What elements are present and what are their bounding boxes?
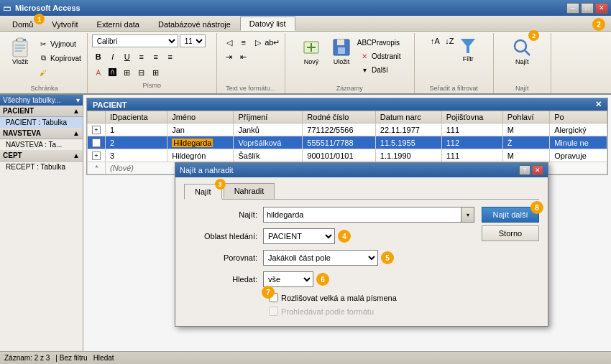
tab-home[interactable]: Domů 1 bbox=[3, 17, 42, 31]
sidebar-item-recept-table[interactable]: RECEPT : Tabulka bbox=[0, 162, 83, 172]
filter-button[interactable]: Filtr bbox=[457, 34, 479, 65]
sort-desc-button[interactable]: ↓Z bbox=[443, 34, 456, 47]
area-select[interactable]: PACIENT bbox=[263, 228, 335, 244]
format-search-checkbox[interactable] bbox=[269, 307, 278, 316]
status-text: Záznam: 2 z 3 bbox=[4, 354, 50, 362]
align-center-2-button[interactable]: ≡ bbox=[237, 36, 250, 49]
sidebar: Všechny tabulky... ▾ PACIENT ▲ PACIENT :… bbox=[0, 95, 83, 351]
underline-button[interactable]: U bbox=[121, 50, 134, 63]
dialog-tab-find[interactable]: Najít 3 bbox=[184, 184, 222, 200]
dialog-main-content: Najít: ▾ Oblast hledání: PACIENT bbox=[184, 207, 539, 320]
records-small-btns: ABC Pravopis ✕ Odstranit ▾ Další bbox=[357, 34, 403, 76]
area-label: Oblast hledání: bbox=[184, 232, 263, 241]
search-label: Hledat: bbox=[184, 275, 263, 284]
font-family-select[interactable]: Calibri bbox=[92, 34, 178, 47]
find-label: Najít bbox=[515, 59, 529, 66]
align-right-button[interactable]: ≡ bbox=[164, 50, 177, 63]
find-row: Najít: ▾ bbox=[184, 207, 474, 223]
more-label: Další bbox=[372, 66, 388, 74]
clipboard-content: Vložit ✂ Vyjmout ⧉ Kopírovat 🖌 bbox=[6, 34, 83, 83]
find-input[interactable] bbox=[263, 207, 461, 223]
svg-rect-3 bbox=[15, 45, 25, 46]
maximize-button[interactable]: □ bbox=[581, 3, 594, 14]
save-record-button[interactable]: Uložit bbox=[327, 34, 356, 67]
find-next-wrapper: Najít další 8 bbox=[482, 207, 539, 223]
delete-icon: ✕ bbox=[359, 50, 370, 62]
more-icon: ▾ bbox=[359, 64, 370, 75]
ribbon-group-font: Calibri 11 B I U ≡ ≡ ≡ A 🅰 ⊞ ⊟ ⊞ bbox=[88, 33, 217, 93]
sidebar-section-recept[interactable]: CEPT ▲ bbox=[0, 150, 83, 162]
border-button[interactable]: ⊟ bbox=[135, 66, 148, 79]
format-painter-button[interactable]: 🖌 bbox=[36, 66, 83, 79]
sidebar-section-navsteva[interactable]: NAVSTEVA ▲ bbox=[0, 128, 83, 139]
find-combo-arrow[interactable]: ▾ bbox=[461, 207, 474, 223]
tab-external[interactable]: Externí data bbox=[88, 17, 149, 31]
font-color-button[interactable]: A bbox=[92, 66, 105, 79]
sort-asc-button[interactable]: ↑A bbox=[428, 34, 441, 47]
align-left-2-button[interactable]: ◁ bbox=[223, 36, 236, 49]
copy-icon: ⧉ bbox=[37, 52, 49, 64]
sidebar-item-pacient-table[interactable]: PACIENT : Tabulka bbox=[0, 117, 83, 128]
decrease-indent-button[interactable]: ⇤ bbox=[237, 50, 250, 63]
badge-6: 6 bbox=[316, 273, 329, 286]
content-area: PACIENT ✕ IDpacienta Jméno Příjmení Rodn… bbox=[83, 95, 611, 351]
badge-7: 7 bbox=[262, 286, 275, 299]
align-left-button[interactable]: ≡ bbox=[135, 50, 148, 63]
bold-button[interactable]: B bbox=[92, 50, 105, 63]
grid-button[interactable]: ⊞ bbox=[121, 66, 134, 79]
dialog-tab-replace[interactable]: Nahradit bbox=[224, 183, 275, 199]
cancel-button[interactable]: Storno bbox=[482, 225, 539, 241]
title-bar-text: Microsoft Access bbox=[15, 4, 566, 12]
badge-8: 8 bbox=[530, 201, 543, 214]
spellcheck-label: Pravopis bbox=[372, 39, 400, 47]
italic-button[interactable]: I bbox=[106, 50, 119, 63]
dialog-right-area: Najít další 8 Storno bbox=[482, 207, 539, 320]
ribbon-group-clipboard: Vložit ✂ Vyjmout ⧉ Kopírovat 🖌 Schránka bbox=[1, 33, 88, 93]
svg-rect-5 bbox=[15, 50, 22, 52]
sidebar-section-pacient[interactable]: PACIENT ▲ bbox=[0, 106, 83, 117]
svg-rect-10 bbox=[337, 39, 344, 45]
cjk-button[interactable]: ab↵ bbox=[266, 36, 279, 49]
svg-rect-11 bbox=[338, 47, 345, 54]
dialog-titlebar-buttons: ? ✕ bbox=[519, 165, 543, 175]
sidebar-item-navsteva-table[interactable]: NAVSTEVA : Ta... bbox=[0, 139, 83, 150]
sidebar-header[interactable]: Všechny tabulky... ▾ bbox=[0, 95, 83, 106]
more-button[interactable]: ▾ Další bbox=[357, 63, 403, 76]
dialog-help-button[interactable]: ? bbox=[519, 165, 530, 175]
delete-button[interactable]: ✕ Odstranit bbox=[357, 50, 403, 62]
find-label: Najít: bbox=[184, 210, 263, 219]
align-center-button[interactable]: ≡ bbox=[150, 50, 162, 63]
ribbon-tabs: Domů 1 Vytvořit Externí data Databázové … bbox=[0, 16, 611, 32]
alternate-row-button[interactable]: ⊞ bbox=[150, 66, 162, 79]
dialog-close-button[interactable]: ✕ bbox=[532, 165, 543, 175]
title-bar-controls: ─ □ ✕ bbox=[566, 3, 608, 14]
paste-button[interactable]: Vložit bbox=[6, 34, 35, 67]
match-select[interactable]: Jakákoli část pole bbox=[263, 250, 378, 266]
find-button[interactable]: Najít 2 bbox=[507, 34, 536, 67]
highlight-button[interactable]: 🅰 bbox=[106, 66, 119, 79]
delete-label: Odstranit bbox=[372, 52, 401, 60]
new-record-button[interactable]: Nový bbox=[297, 34, 326, 67]
font-size-select[interactable]: 11 bbox=[180, 34, 206, 47]
svg-marker-12 bbox=[461, 39, 475, 53]
cut-button[interactable]: ✂ Vyjmout bbox=[36, 37, 83, 50]
badge-2: 2 bbox=[592, 18, 605, 31]
copy-button[interactable]: ⧉ Kopírovat bbox=[36, 52, 83, 65]
status-filter: | Bez filtru bbox=[55, 354, 87, 362]
format-search-label: Prohledávat podle formátu bbox=[281, 307, 374, 316]
increase-indent-button[interactable]: ⇥ bbox=[223, 50, 236, 63]
align-right-2-button[interactable]: ▷ bbox=[252, 36, 265, 49]
minimize-button[interactable]: ─ bbox=[566, 3, 579, 14]
clipboard-small-btns: ✂ Vyjmout ⧉ Kopírovat 🖌 bbox=[36, 34, 83, 79]
close-button[interactable]: ✕ bbox=[595, 3, 608, 14]
tab-datasheet[interactable]: Datový list bbox=[240, 17, 295, 31]
tab-create[interactable]: Vytvořit bbox=[42, 17, 87, 31]
checkbox-row-1: Rozlišovat velká a malá písmena 7 bbox=[184, 293, 474, 302]
badge-2-ribbon: 2 bbox=[528, 30, 539, 41]
status-bar: Záznam: 2 z 3 | Bez filtru Hledat bbox=[0, 351, 611, 364]
sortfilter-content: ↑A ↓Z Filtr bbox=[428, 34, 479, 83]
search-select[interactable]: vše bbox=[263, 271, 313, 287]
records-label: Záznamy bbox=[336, 85, 363, 92]
spellcheck-button[interactable]: ABC Pravopis bbox=[357, 36, 403, 49]
tab-db-tools[interactable]: Databázové nástroje bbox=[149, 17, 240, 31]
